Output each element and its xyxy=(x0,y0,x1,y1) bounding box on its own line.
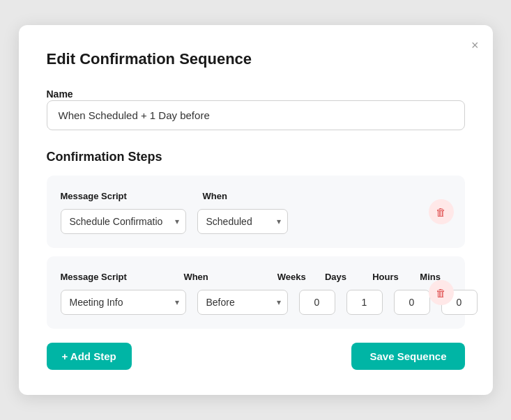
step-2-script-select[interactable]: Schedule Confirmation Meeting Info xyxy=(61,290,186,315)
save-sequence-button[interactable]: Save Sequence xyxy=(351,343,464,370)
step-2-delete-button[interactable]: 🗑 xyxy=(429,280,454,305)
step-2-hours-label: Hours xyxy=(372,272,399,282)
modal-overlay: × Edit Confirmation Sequence Name Confir… xyxy=(0,0,511,420)
step-1-when-label: When xyxy=(203,191,227,201)
step-2-when-select[interactable]: Scheduled Before After xyxy=(197,290,288,315)
step-2-script-label: Message Script xyxy=(61,272,127,282)
step-1-script-wrapper: Schedule Confirmation Meeting Info ▾ xyxy=(61,209,186,234)
step-2-when-label: When xyxy=(183,272,208,282)
footer-row: + Add Step Save Sequence xyxy=(47,343,465,370)
step-1-script-label: Message Script xyxy=(61,191,127,201)
step-2-when-wrapper: Scheduled Before After ▾ xyxy=(197,290,288,315)
step-2-days-input[interactable] xyxy=(346,290,383,315)
add-step-button[interactable]: + Add Step xyxy=(47,343,132,370)
modal-title: Edit Confirmation Sequence xyxy=(47,50,465,68)
step-1-when-wrapper: Scheduled Before After ▾ xyxy=(197,209,288,234)
step-1-trash-icon: 🗑 xyxy=(436,206,446,218)
step-2-days-label: Days xyxy=(325,272,346,282)
step-2-weeks-label: Weeks xyxy=(277,272,306,282)
step-1-inputs: Schedule Confirmation Meeting Info ▾ Sch… xyxy=(61,209,451,234)
step-2-script-wrapper: Schedule Confirmation Meeting Info ▾ xyxy=(61,290,186,315)
name-input[interactable] xyxy=(47,100,465,130)
close-button[interactable]: × xyxy=(468,36,482,54)
step-card-2: Message Script When Weeks Days Hours Min… xyxy=(47,256,465,329)
confirmation-steps-title: Confirmation Steps xyxy=(47,150,465,164)
step-2-inputs: Schedule Confirmation Meeting Info ▾ Sch… xyxy=(61,290,451,315)
step-2-hours-input[interactable] xyxy=(394,290,430,315)
step-1-delete-button[interactable]: 🗑 xyxy=(429,199,454,224)
step-2-trash-icon: 🗑 xyxy=(436,287,446,299)
step-2-labels: Message Script When Weeks Days Hours Min… xyxy=(61,270,451,283)
step-1-labels: Message Script When xyxy=(61,189,451,202)
step-card-1: Message Script When Schedule Confirmatio… xyxy=(47,176,465,248)
step-1-script-select[interactable]: Schedule Confirmation Meeting Info xyxy=(61,209,186,234)
step-2-weeks-input[interactable] xyxy=(299,290,335,315)
name-label: Name xyxy=(47,88,73,100)
modal-dialog: × Edit Confirmation Sequence Name Confir… xyxy=(19,25,493,395)
step-1-when-select[interactable]: Scheduled Before After xyxy=(197,209,288,234)
